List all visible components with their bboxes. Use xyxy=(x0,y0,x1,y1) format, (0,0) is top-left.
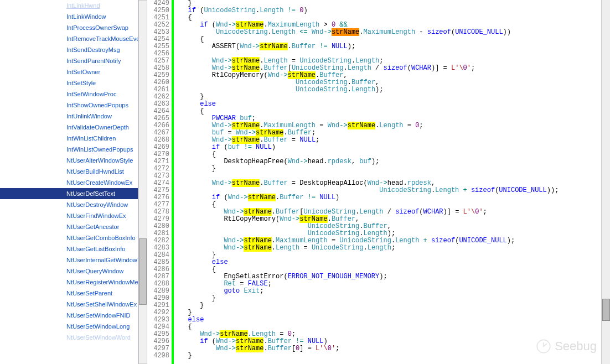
sidebar-item-NtUserGetAncestor[interactable]: NtUserGetAncestor xyxy=(0,221,138,232)
sidebar-item-NtUserSetShellWindowEx[interactable]: NtUserSetShellWindowEx xyxy=(0,299,138,310)
sidebar-item-IntSetOwner[interactable]: IntSetOwner xyxy=(0,66,138,77)
sidebar-item-IntShowOwnedPopups[interactable]: IntShowOwnedPopups xyxy=(0,100,138,111)
sidebar-item-IntSendParentNotify[interactable]: IntSendParentNotify xyxy=(0,55,138,66)
seebug-watermark: Seebug xyxy=(536,339,597,354)
function-list-sidebar[interactable]: IntLinkHwndIntLinkWindowIntProcessOwnerS… xyxy=(0,0,138,364)
code-line[interactable]: } xyxy=(176,295,610,302)
sidebar-item-IntSendDestroyMsg[interactable]: IntSendDestroyMsg xyxy=(0,44,138,55)
editor-scrollbar-thumb[interactable] xyxy=(602,299,610,321)
code-line[interactable]: else xyxy=(176,101,610,108)
sidebar-item-NtUserSetWindowWord[interactable]: NtUserSetWindowWord xyxy=(0,332,138,343)
sidebar-item-IntWinListOwnedPopups[interactable]: IntWinListOwnedPopups xyxy=(0,144,138,155)
code-line[interactable]: } xyxy=(176,309,610,316)
sidebar-item-NtUserGetListBoxInfo[interactable]: NtUserGetListBoxInfo xyxy=(0,243,138,254)
code-line[interactable]: else xyxy=(176,316,610,324)
sidebar-item-NtUserAlterWindowStyle[interactable]: NtUserAlterWindowStyle xyxy=(0,155,138,166)
seebug-logo-icon xyxy=(536,339,551,354)
code-line[interactable]: ASSERT(Wnd->strName.Buffer != NULL); xyxy=(176,43,610,50)
sidebar-item-IntValidateOwnerDepth[interactable]: IntValidateOwnerDepth xyxy=(0,122,138,133)
editor-scrollbar-vertical[interactable] xyxy=(601,0,610,364)
code-line[interactable]: DesktopHeapFree(Wnd->head.rpdesk, buf); xyxy=(176,158,610,165)
code-line[interactable]: } xyxy=(176,302,610,309)
sidebar-item-NtUserDestroyWindow[interactable]: NtUserDestroyWindow xyxy=(0,199,138,210)
sidebar-item-NtUserCreateWindowEx[interactable]: NtUserCreateWindowEx xyxy=(0,177,138,188)
code-editor[interactable]: 4249425042514252425342544255425642574258… xyxy=(138,0,610,364)
code-line[interactable]: UnicodeString.Length <= Wnd->strName.Max… xyxy=(176,29,610,36)
sidebar-item-NtUserGetComboBoxInfo[interactable]: NtUserGetComboBoxInfo xyxy=(0,232,138,243)
sidebar-item-IntSetStyle[interactable]: IntSetStyle xyxy=(0,77,138,89)
sidebar-item-NtUserRegisterWindowMessage[interactable]: NtUserRegisterWindowMessage xyxy=(0,277,138,288)
code-area[interactable]: } if (UnicodeString.Length != 0) { if (W… xyxy=(174,0,610,364)
code-line[interactable]: UnicodeString.Length); xyxy=(176,86,610,93)
sidebar-item-NtUserInternalGetWindowText[interactable]: NtUserInternalGetWindowText xyxy=(0,254,138,266)
code-line[interactable]: if (buf != NULL) xyxy=(176,144,610,151)
sidebar-item-NtUserQueryWindow[interactable]: NtUserQueryWindow xyxy=(0,266,138,277)
line-number-gutter: 4249425042514252425342544255425642574258… xyxy=(148,0,172,364)
code-line[interactable]: else xyxy=(176,259,610,266)
sidebar-item-NtUserBuildHwndList[interactable]: NtUserBuildHwndList xyxy=(0,166,138,177)
code-line[interactable]: if (Wnd->strName.Buffer != NULL) xyxy=(176,194,610,201)
code-line[interactable]: } xyxy=(176,252,610,259)
sidebar-item-IntWinListChildren[interactable]: IntWinListChildren xyxy=(0,133,138,144)
sidebar-item-NtUserDefSetText[interactable]: NtUserDefSetText xyxy=(0,188,138,199)
sidebar-item-NtUserSetWindowFNID[interactable]: NtUserSetWindowFNID xyxy=(0,310,138,321)
sidebar-item-NtUserFindWindowEx[interactable]: NtUserFindWindowEx xyxy=(0,210,138,221)
sidebar-item-IntProcessOwnerSwap[interactable]: IntProcessOwnerSwap xyxy=(0,22,138,33)
sidebar-item-IntLinkWindow[interactable]: IntLinkWindow xyxy=(0,11,138,22)
code-line[interactable]: goto Exit; xyxy=(176,288,610,295)
watermark-text: Seebug xyxy=(555,339,597,353)
code-line[interactable]: if (UnicodeString.Length != 0) xyxy=(176,7,610,14)
code-line[interactable]: } xyxy=(176,93,610,101)
sidebar-item-IntRemoveTrackMouseEvent[interactable]: IntRemoveTrackMouseEvent xyxy=(0,33,138,44)
sidebar-item-IntUnlinkWindow[interactable]: IntUnlinkWindow xyxy=(0,111,138,122)
code-line[interactable]: Wnd->strName.Length = UnicodeString.Leng… xyxy=(176,245,610,252)
sidebar-item-IntSetWindowProc[interactable]: IntSetWindowProc xyxy=(0,89,138,100)
sidebar-item-NtUserSetWindowLong[interactable]: NtUserSetWindowLong xyxy=(0,321,138,332)
sidebar-item-NtUserSetParent[interactable]: NtUserSetParent xyxy=(0,288,138,299)
code-line[interactable]: } xyxy=(176,165,610,173)
line-number: 4298 xyxy=(148,352,169,360)
sidebar-item-IntLinkHwnd[interactable]: IntLinkHwnd xyxy=(0,0,138,11)
